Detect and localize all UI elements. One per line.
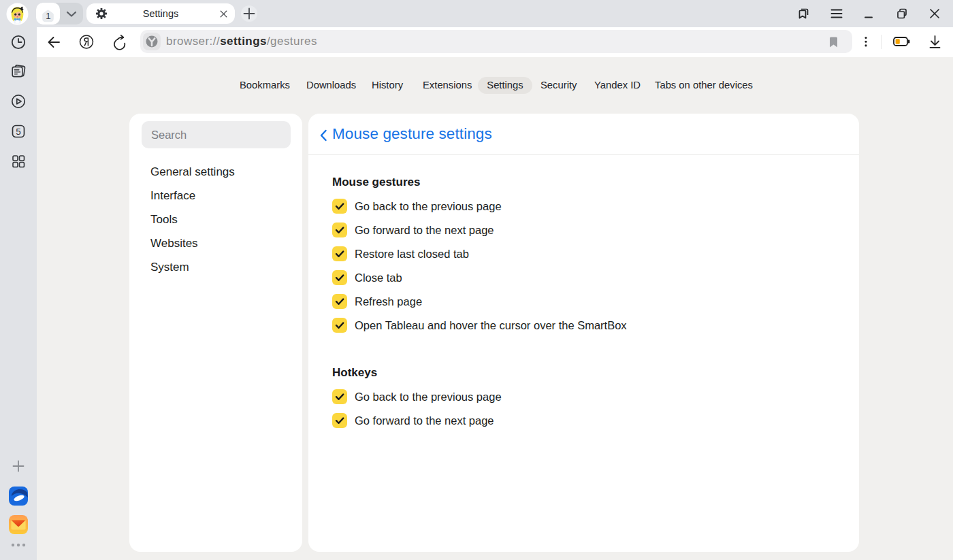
svg-text:1: 1 bbox=[46, 11, 50, 21]
svg-text:5: 5 bbox=[16, 127, 21, 137]
